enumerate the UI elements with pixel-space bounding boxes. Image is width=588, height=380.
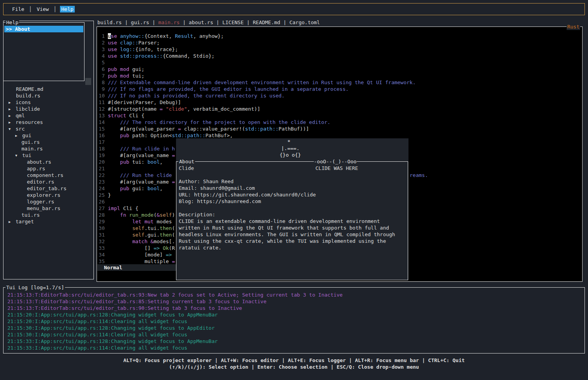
code-line-17[interactable]: 17 — [97, 139, 108, 145]
code-line-15[interactable]: 15 #[arg(value_parser = clap::value_pars… — [97, 125, 309, 132]
tab-build-rs[interactable]: build.rs — [97, 19, 122, 26]
tree-item-about-rs[interactable]: about.rs — [4, 159, 93, 165]
tree-item-tui-rs[interactable]: tui.rs — [4, 212, 93, 218]
tree-item-gui[interactable]: ▶gui — [4, 132, 93, 139]
code-line-18[interactable]: 18 /// Run clide in h — [97, 145, 175, 152]
tree-item-editor-rs[interactable]: editor.rs — [4, 179, 93, 185]
tree-item-label: tui — [22, 152, 31, 159]
code-line-4[interactable]: 4use std::process::{Command, Stdio}; — [97, 53, 215, 59]
code-line-19[interactable]: 19 #[arg(value_name = — [97, 152, 175, 159]
code-text: /// The root directory for the project t… — [108, 119, 330, 125]
tree-item-app-rs[interactable]: app.rs — [4, 165, 93, 172]
code-line-7[interactable]: 7pub mod tui; — [97, 72, 144, 79]
tab-cargo-toml[interactable]: Cargo.toml — [289, 19, 320, 26]
tab-gui-rs[interactable]: gui.rs — [131, 19, 149, 26]
code-line-35[interactable]: 35 multiple = — [97, 258, 175, 265]
description-line: headless Linux environments. The GUI is … — [179, 231, 395, 238]
tree-item-logger-rs[interactable]: logger.rs — [4, 198, 93, 205]
tree-item-explorer-rs[interactable]: explorer.rs — [4, 192, 93, 198]
tree-item-qml[interactable]: ▶qml — [4, 112, 93, 119]
code-line-13[interactable]: 13struct Cli { — [97, 112, 144, 119]
code-line-31[interactable]: 31 self.gui.then( — [97, 232, 175, 238]
log-line-9: 21:15:33:I:App:src/tui/app.rs:114:Cleari… — [7, 345, 187, 351]
tree-item-label: component.rs — [27, 172, 63, 179]
tree-item-src[interactable]: ▼src — [4, 125, 93, 132]
code-line-28[interactable]: 28 fn run_mode(&self) — [97, 212, 175, 218]
tree-item-resources[interactable]: ▶resources — [4, 119, 93, 125]
menu-item-help[interactable]: Help — [60, 6, 74, 12]
line-number: 30 — [97, 225, 105, 232]
line-number: 31 — [97, 232, 105, 238]
tree-item-build-rs[interactable]: build.rs — [4, 92, 93, 99]
code-line-8[interactable]: 8/// Extendable command-line driven deve… — [97, 79, 416, 86]
code-line-22[interactable]: 22 /// Run the clide — [97, 172, 175, 179]
code-line-29[interactable]: 29 let mut modes — [97, 218, 172, 225]
tree-item-tui[interactable]: ▼tui — [4, 152, 93, 159]
tab-license[interactable]: LICENSE — [222, 19, 244, 26]
code-line-6[interactable]: 6pub mod gui; — [97, 66, 144, 72]
line-number: 24 — [97, 185, 105, 192]
code-line-24[interactable]: 24 pub gui: bool, — [97, 185, 163, 192]
tab-readme-md[interactable]: README.md — [253, 19, 280, 26]
tree-item-main-rs[interactable]: main.rs — [4, 145, 93, 152]
code-line-10[interactable]: 10/// If no path is provided, the curren… — [97, 92, 285, 99]
code-line-32[interactable]: 32 match &modes[. — [97, 238, 175, 245]
code-line-23[interactable]: 23 #[arg(value_name = — [97, 179, 175, 185]
line-number: 4 — [97, 53, 105, 59]
app-tagline: CLIDE WAS HERE — [315, 165, 358, 171]
code-line-16[interactable]: 16 pub path: Option<std::path::PathBuf>, — [97, 132, 233, 139]
code-text: #[arg(value_parser = clap::value_parser!… — [108, 126, 309, 132]
code-text: } — [108, 192, 111, 198]
explorer-scrollbar-thumb[interactable] — [85, 78, 91, 85]
code-text: [] => Ok(R — [108, 245, 175, 251]
code-line-5[interactable]: 5 — [97, 59, 108, 66]
code-line-21[interactable]: 21 — [97, 165, 108, 172]
tree-item-icons[interactable]: ▶icons — [4, 99, 93, 106]
help-menu-item-about[interactable]: >> About — [4, 26, 83, 32]
line-number: 20 — [97, 159, 105, 165]
tree-item-gui-rs[interactable]: gui.rs — [4, 139, 93, 145]
code-line-3[interactable]: 3use log::{info, trace}; — [97, 46, 178, 53]
tree-item-label: explorer.rs — [27, 192, 60, 198]
keybind-hint-line-2: (↑/k)/(↓/j): Select option | Enter: Choo… — [0, 364, 588, 370]
code-line-30[interactable]: 30 self.tui.then( — [97, 225, 175, 232]
chevron-right-icon: ▶ — [9, 113, 11, 119]
tab-main-rs[interactable]: main.rs — [158, 19, 180, 26]
tab-about-rs[interactable]: about.rs — [189, 19, 213, 26]
tree-item-menu-bar-rs[interactable]: menu_bar.rs — [4, 205, 93, 212]
tree-item-label: qml — [16, 112, 25, 119]
code-text: #[arg(value_name = — [108, 179, 175, 185]
tree-item-target[interactable]: ▶target — [4, 218, 93, 225]
description-line: written in Rust using the Qt UI framewor… — [179, 224, 389, 231]
line-number: 10 — [97, 92, 105, 99]
tree-item-libclide[interactable]: ▶libclide — [4, 106, 93, 112]
code-text: /// Run the clide — [108, 172, 175, 178]
code-line-26[interactable]: 26 — [97, 198, 108, 205]
line-number: 23 — [97, 179, 105, 185]
code-line-27[interactable]: 27impl Cli { — [97, 205, 138, 212]
code-line-33[interactable]: 33 [] => Ok(R — [97, 245, 175, 251]
tree-item-component-rs[interactable]: component.rs — [4, 172, 93, 179]
code-text: multiple = — [108, 258, 175, 264]
code-line-25[interactable]: 25} — [97, 192, 111, 198]
code-line-2[interactable]: 2use clap::Parser; — [97, 39, 160, 46]
code-line-12[interactable]: 12#[structopt(name = "clide", verbatim_d… — [97, 106, 260, 112]
tree-item-editor-tab-rs[interactable]: editor_tab.rs — [4, 185, 93, 192]
line-number: 14 — [97, 119, 105, 125]
code-line-20[interactable]: 20 pub tui: bool, — [97, 159, 163, 165]
code-text: use anyhow::{Context, Result, anyhow}; — [108, 33, 224, 39]
tui-log-title: Tui Log [log=1.7/s] — [5, 284, 65, 291]
menu-item-view[interactable]: View — [35, 6, 50, 12]
code-line-34[interactable]: 34 [mode] => — [97, 251, 172, 258]
code-line-1[interactable]: 1use anyhow::{Context, Result, anyhow}; — [97, 33, 224, 39]
code-line-11[interactable]: 11#[derive(Parser, Debug)] — [97, 99, 181, 106]
tree-item-label: resources — [16, 119, 43, 125]
tree-item-readme-md[interactable]: README.md — [4, 86, 93, 92]
editor-tab-bar: build.rs | gui.rs | main.rs | about.rs |… — [97, 19, 320, 26]
code-line-14[interactable]: 14 /// The root directory for the projec… — [97, 119, 330, 125]
log-line-6: 21:15:30:I:App:src/tui/app.rs:128:Changi… — [7, 325, 215, 331]
line-number: 18 — [97, 145, 105, 152]
menu-item-file[interactable]: File — [11, 6, 25, 12]
code-line-9[interactable]: 9/// If no flags are provided, the GUI e… — [97, 86, 349, 92]
line-number: 1 — [97, 33, 105, 39]
